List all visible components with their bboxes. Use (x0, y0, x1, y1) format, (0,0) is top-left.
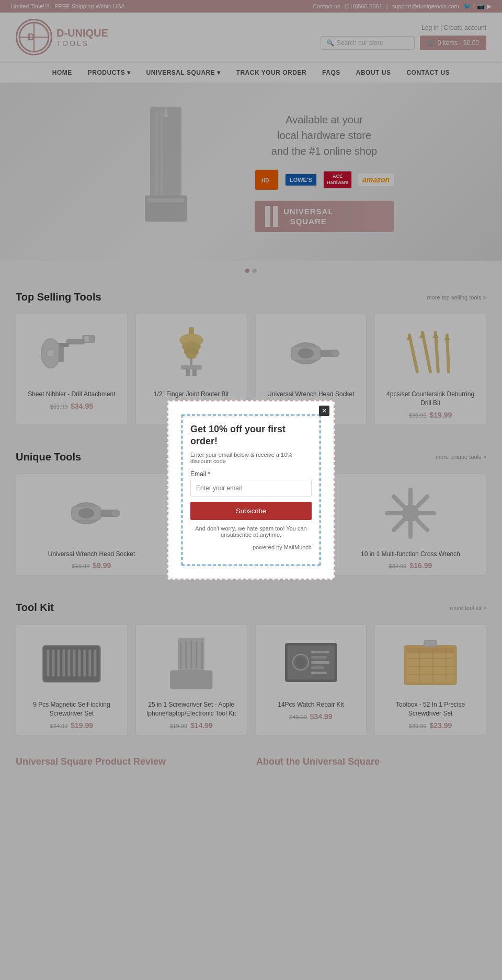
popup-close-button[interactable]: ✕ (319, 406, 329, 416)
popup-note: And don't worry, we hate spam too! You c… (190, 525, 312, 538)
discount-popup: ✕ Get 10% off your first order! Enter yo… (167, 400, 335, 580)
popup-description: Enter your email below & receive a 10% d… (190, 452, 312, 464)
popup-border-inner: Get 10% off your first order! Enter your… (181, 414, 321, 566)
popup-subscribe-button[interactable]: Subscribe (190, 502, 312, 520)
popup-overlay[interactable]: ✕ Get 10% off your first order! Enter yo… (0, 0, 502, 778)
popup-email-input[interactable] (190, 480, 312, 497)
popup-powered: powered by MailMunch (190, 544, 312, 550)
popup-title: Get 10% off your first order! (190, 423, 312, 448)
email-label: Email * (190, 470, 312, 478)
